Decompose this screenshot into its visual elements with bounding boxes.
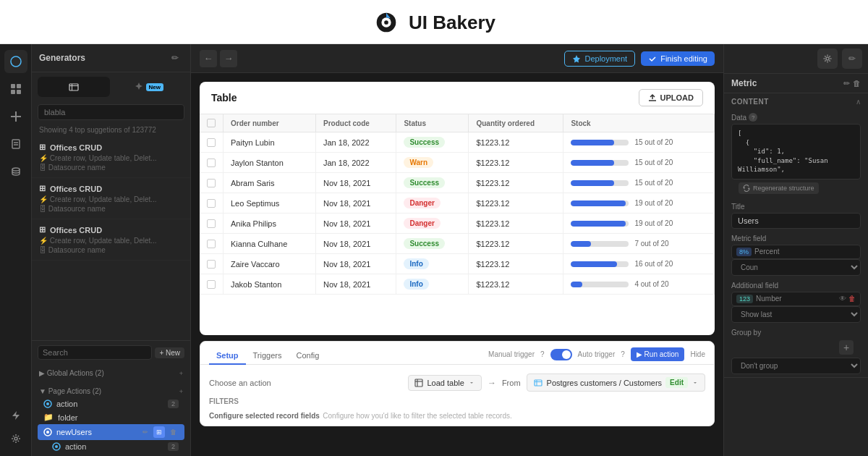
undo-btn[interactable]: ← (200, 50, 217, 67)
datasource-edit-link[interactable]: Edit (665, 377, 688, 388)
right-settings-btn[interactable] (817, 48, 838, 69)
icon-bar-lightning[interactable] (4, 404, 27, 427)
sub-action-name: action (52, 442, 86, 451)
filters-section: FILTERS Configure selected record fields… (200, 397, 714, 426)
search-bottom-input[interactable] (38, 345, 152, 360)
manual-trigger-label: Manual trigger (488, 350, 535, 358)
sidebar-edit-btn[interactable]: ✏ (167, 50, 183, 66)
action-item-folder[interactable]: 📁 folder (38, 410, 184, 424)
row-checkbox[interactable] (200, 234, 224, 254)
table-row[interactable]: Abram Saris Nov 18, 2021 Success $1223.1… (200, 173, 715, 193)
metric-field-group: Metric field 8% Percent Coun (724, 232, 868, 279)
action-item-new-users[interactable]: newUsers ✏ ⊞ 🗑 (38, 424, 184, 440)
data-label: Data ? (731, 113, 861, 122)
edit-icon-btn[interactable]: ✏ (140, 426, 151, 438)
row-qty: $1223.12 (469, 193, 563, 214)
svg-point-27 (826, 57, 829, 60)
group-by-add-row: + (731, 339, 861, 358)
chevron-down-icon: + (179, 388, 183, 395)
hide-btn[interactable]: Hide (690, 350, 705, 358)
datasource-name-3: 🗄 Datasource name (39, 246, 183, 254)
new-action-btn[interactable]: + New (155, 347, 184, 358)
row-date: Nov 18, 2021 (316, 254, 396, 274)
right-edit-btn[interactable]: ✏ (842, 48, 862, 69)
code-block[interactable]: [ { "id": 1, "full_name": "SusanWilliams… (731, 124, 861, 180)
table-row[interactable]: Anika Philips Nov 18, 2021 Danger $1223.… (200, 214, 715, 234)
row-order: Abram Saris (224, 173, 316, 193)
table-row[interactable]: Zaire Vaccaro Nov 18, 2021 Info $1223.12… (200, 254, 715, 274)
auto-trigger-label: Auto trigger (578, 350, 616, 358)
svg-point-22 (55, 445, 58, 448)
regen-btn[interactable]: Regenerate structure (739, 182, 819, 194)
action-item-action[interactable]: action 2 (38, 397, 184, 410)
generator-name-3: ⊞ Offices CRUD (39, 225, 183, 235)
list-item[interactable]: ⊞ Offices CRUD ⚡ Create row, Update tabl… (32, 219, 190, 261)
upload-btn[interactable]: UPLOAD (639, 89, 703, 106)
row-checkbox[interactable] (200, 153, 224, 173)
add-group-btn[interactable]: + (839, 340, 854, 355)
sidebar-tab-cube[interactable] (38, 77, 110, 97)
table-row[interactable]: Jakob Stanton Nov 18, 2021 Info $1223.12… (200, 274, 715, 295)
list-item[interactable]: ⊞ Offices CRUD ⚡ Create row, Update tabl… (32, 178, 190, 219)
logo-icon (373, 9, 400, 36)
icon-bar-grid[interactable] (4, 77, 27, 101)
row-order: Kianna Culhane (224, 234, 316, 254)
icon-bar-db[interactable] (4, 160, 27, 183)
redo-btn[interactable]: → (220, 50, 237, 67)
table-row[interactable]: Jaylon Stanton Jan 18, 2022 Warn $1223.1… (200, 153, 715, 173)
action-item-sub-action[interactable]: action 2 (38, 440, 184, 453)
delete-icon-btn[interactable]: 🗑 (167, 426, 179, 438)
metric-field-select[interactable]: Coun (731, 259, 861, 276)
content-section-header[interactable]: CONTENT ∧ (724, 93, 868, 110)
group-by-select[interactable]: Don't group (731, 358, 861, 374)
chevron-up-icon: ∧ (856, 98, 861, 106)
table-row[interactable]: Kianna Culhane Nov 18, 2021 Success $122… (200, 234, 715, 254)
bottom-tabs: Setup Triggers Config Manual trigger ? A… (200, 347, 714, 365)
tab-triggers[interactable]: Triggers (246, 347, 289, 365)
datasource-select[interactable]: Postgres customers / Customers Edit (527, 373, 705, 392)
finish-editing-btn[interactable]: Finish editing (641, 51, 715, 66)
icon-bar-settings[interactable] (4, 427, 27, 450)
row-checkbox[interactable] (200, 132, 224, 153)
list-item[interactable]: ⊞ Offices CRUD ⚡ Create row, Update tabl… (32, 137, 190, 178)
row-status: Danger (396, 193, 469, 214)
svg-point-4 (11, 56, 21, 67)
row-checkbox[interactable] (200, 193, 224, 214)
row-qty: $1223.12 (469, 274, 563, 295)
generator-name-2: ⊞ Offices CRUD (39, 184, 183, 193)
auto-trigger-toggle[interactable] (550, 349, 572, 360)
main-content: ← → Deployment Finish editing Table (191, 44, 723, 456)
configure-desc-text: Configure how you'd like to filter the s… (323, 412, 512, 420)
filters-label: FILTERS (209, 397, 705, 405)
additional-field-select[interactable]: Show last (731, 306, 861, 323)
delete-field-icon[interactable]: 🗑 (848, 295, 856, 303)
global-actions-header[interactable]: ▶ Global Actions (2) + (38, 367, 184, 379)
page-actions-header[interactable]: ▼ Page Actions (2) + (38, 385, 184, 397)
copy-icon-btn[interactable]: ⊞ (153, 426, 165, 438)
generator-meta-1: ⚡ Create row, Update table, Delet... (39, 154, 183, 162)
sidebar-tab-magic[interactable]: New (113, 77, 185, 97)
row-checkbox[interactable] (200, 254, 224, 274)
title-input[interactable] (731, 213, 861, 229)
sidebar-search-input[interactable] (38, 104, 184, 120)
additional-label: Additional field (731, 282, 861, 290)
visibility-icon[interactable]: 👁 (839, 295, 846, 303)
row-checkbox[interactable] (200, 173, 224, 193)
tab-setup[interactable]: Setup (209, 347, 246, 365)
row-checkbox[interactable] (200, 274, 224, 295)
configure-record-fields: Configure selected record fields Configu… (209, 408, 705, 421)
deployment-btn[interactable]: Deployment (564, 51, 635, 67)
icon-bar-doc[interactable] (4, 132, 27, 156)
run-action-btn[interactable]: ▶ Run action (631, 347, 685, 361)
metric-delete-btn[interactable]: 🗑 (853, 79, 861, 88)
metric-edit-btn[interactable]: ✏ (843, 79, 850, 88)
tab-config[interactable]: Config (289, 347, 327, 365)
load-table-btn[interactable]: Load table (408, 375, 481, 391)
row-checkbox[interactable] (200, 214, 224, 234)
svg-point-15 (14, 437, 17, 440)
icon-bar-home[interactable] (4, 50, 27, 73)
table-row[interactable]: Paityn Lubin Jan 18, 2022 Success $1223.… (200, 132, 715, 153)
icon-bar-add[interactable] (4, 105, 27, 128)
col-stock: Stock (563, 114, 715, 132)
table-row[interactable]: Leo Septimus Nov 18, 2021 Danger $1223.1… (200, 193, 715, 214)
